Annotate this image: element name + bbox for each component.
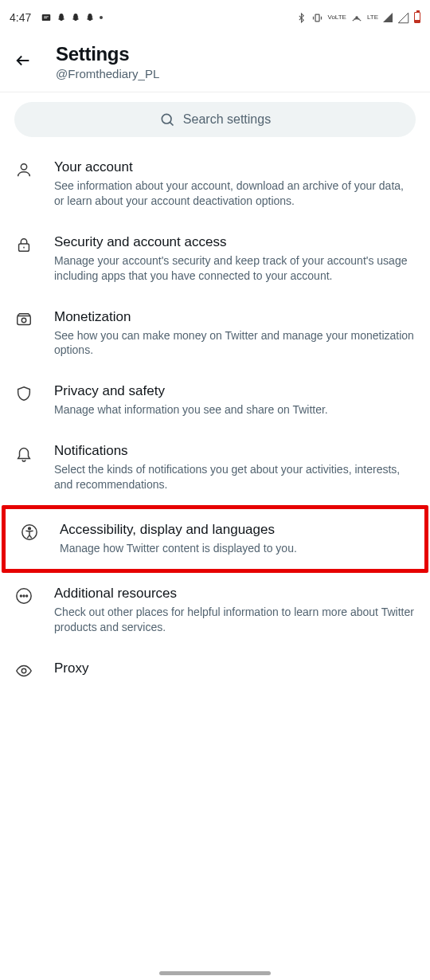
item-title: Monetization bbox=[54, 309, 416, 325]
page-subtitle: @Fromthediary_PL bbox=[56, 67, 159, 80]
search-container: Search settings bbox=[0, 92, 430, 142]
item-description: Manage what information you see and shar… bbox=[54, 402, 416, 417]
status-bar: 4:47 VoLTE LTE bbox=[0, 0, 430, 35]
item-title: Accessibility, display and languages bbox=[60, 522, 410, 538]
settings-item-lock[interactable]: Security and account accessManage your a… bbox=[0, 221, 430, 296]
header-text: Settings @Fromthediary_PL bbox=[56, 43, 159, 80]
item-description: Manage your account's security and keep … bbox=[54, 253, 416, 284]
battery-icon bbox=[414, 12, 420, 23]
settings-item-person[interactable]: Your accountSee information about your a… bbox=[0, 147, 430, 221]
item-description: See how you can make money on Twitter an… bbox=[54, 328, 416, 359]
item-description: Select the kinds of notifications you ge… bbox=[54, 462, 416, 492]
back-button[interactable] bbox=[14, 52, 32, 73]
accessibility-icon bbox=[20, 522, 39, 541]
settings-item-bell[interactable]: NotificationsSelect the kinds of notific… bbox=[0, 430, 430, 505]
item-title: Security and account access bbox=[54, 234, 416, 250]
settings-item-accessibility[interactable]: Accessibility, display and languagesMana… bbox=[2, 505, 428, 573]
lte-indicator: LTE bbox=[367, 14, 378, 21]
shield-icon bbox=[14, 383, 33, 402]
svg-rect-0 bbox=[42, 14, 51, 21]
more-notifications-dot bbox=[100, 16, 103, 19]
settings-item-more[interactable]: Additional resourcesCheck out other plac… bbox=[0, 573, 430, 648]
item-description: See information about your account, down… bbox=[54, 178, 416, 209]
hotspot-icon bbox=[351, 12, 362, 23]
item-text: Proxy bbox=[54, 661, 416, 676]
snapchat-icon bbox=[57, 12, 66, 23]
settings-item-money[interactable]: MonetizationSee how you can make money o… bbox=[0, 296, 430, 371]
item-text: Privacy and safetyManage what informatio… bbox=[54, 383, 416, 417]
more-icon bbox=[14, 586, 33, 605]
volte-indicator: VoLTE bbox=[328, 14, 346, 21]
arrow-left-icon bbox=[14, 52, 32, 69]
item-title: Your account bbox=[54, 159, 416, 175]
message-icon bbox=[41, 12, 52, 23]
eye-icon bbox=[14, 661, 33, 680]
home-indicator[interactable] bbox=[159, 971, 271, 975]
status-right: VoLTE LTE bbox=[296, 12, 421, 24]
settings-item-shield[interactable]: Privacy and safetyManage what informatio… bbox=[0, 370, 430, 430]
search-placeholder: Search settings bbox=[183, 112, 271, 127]
settings-item-eye[interactable]: Proxy bbox=[0, 648, 430, 692]
status-left: 4:47 bbox=[10, 11, 103, 24]
item-text: Accessibility, display and languagesMana… bbox=[60, 522, 410, 556]
item-title: Privacy and safety bbox=[54, 383, 416, 399]
status-time: 4:47 bbox=[10, 11, 31, 24]
item-description: Manage how Twitter content is displayed … bbox=[60, 541, 410, 556]
vibrate-icon bbox=[311, 12, 323, 24]
page-title: Settings bbox=[56, 43, 159, 65]
item-text: MonetizationSee how you can make money o… bbox=[54, 309, 416, 359]
svg-rect-1 bbox=[315, 14, 319, 22]
status-notification-icons bbox=[41, 12, 103, 23]
item-text: Your accountSee information about your a… bbox=[54, 159, 416, 209]
settings-list: Your accountSee information about your a… bbox=[0, 142, 430, 692]
money-icon bbox=[14, 309, 33, 328]
item-text: Security and account accessManage your a… bbox=[54, 234, 416, 284]
item-title: Proxy bbox=[54, 661, 416, 676]
app-header: Settings @Fromthediary_PL bbox=[0, 35, 430, 92]
bell-icon bbox=[14, 443, 33, 462]
snapchat-icon bbox=[71, 12, 80, 23]
item-title: Additional resources bbox=[54, 586, 416, 602]
person-icon bbox=[14, 159, 33, 178]
snapchat-icon bbox=[85, 12, 95, 23]
item-title: Notifications bbox=[54, 443, 416, 459]
item-text: NotificationsSelect the kinds of notific… bbox=[54, 443, 416, 492]
bluetooth-icon bbox=[296, 13, 307, 23]
item-text: Additional resourcesCheck out other plac… bbox=[54, 586, 416, 635]
search-input[interactable]: Search settings bbox=[14, 102, 416, 137]
search-icon bbox=[159, 112, 175, 127]
lock-icon bbox=[14, 234, 33, 253]
item-description: Check out other places for helpful infor… bbox=[54, 605, 416, 635]
signal-icon bbox=[383, 13, 393, 22]
no-signal-icon bbox=[397, 12, 409, 24]
svg-point-3 bbox=[162, 114, 171, 123]
